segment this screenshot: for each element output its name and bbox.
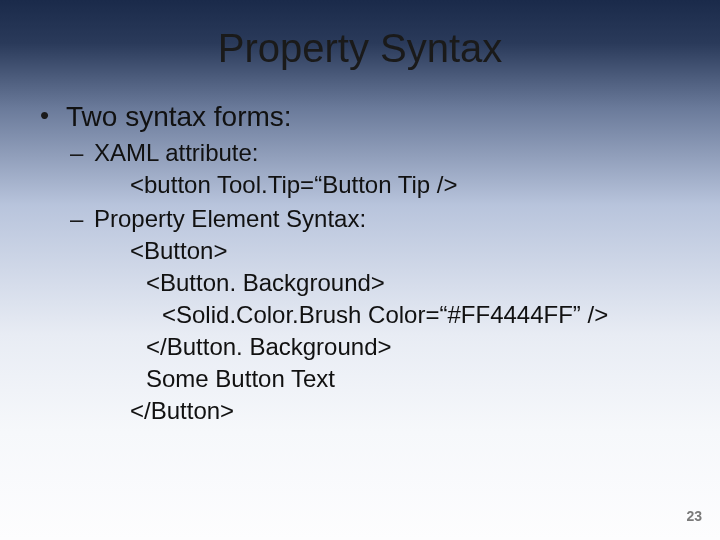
code-line: <Button>	[40, 236, 680, 266]
code-line: <Button. Background>	[40, 268, 680, 298]
bullet-level2-property-element: Property Element Syntax:	[40, 204, 680, 234]
code-line: </Button. Background>	[40, 332, 680, 362]
page-number: 23	[686, 508, 702, 524]
code-line: Some Button Text	[40, 364, 680, 394]
bullet-level1: Two syntax forms:	[40, 99, 680, 134]
code-line: </Button>	[40, 396, 680, 426]
bullet-level2-xaml-attribute: XAML attribute:	[40, 138, 680, 168]
slide-content: Two syntax forms: XAML attribute: <butto…	[0, 71, 720, 426]
slide-title: Property Syntax	[0, 0, 720, 71]
code-line: <button Tool.Tip=“Button Tip />	[40, 170, 680, 200]
slide: Property Syntax Two syntax forms: XAML a…	[0, 0, 720, 540]
code-line: <Solid.Color.Brush Color=“#FF4444FF” />	[40, 300, 680, 330]
